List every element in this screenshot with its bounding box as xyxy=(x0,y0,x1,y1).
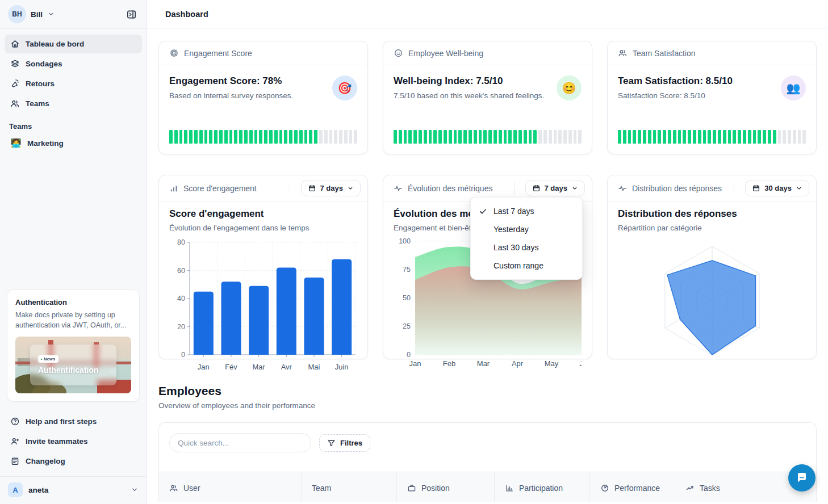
progress-segment xyxy=(259,130,262,144)
stat-subtitle: Satisfaction Score: 8.5/10 xyxy=(618,91,733,100)
progress-segment xyxy=(413,130,417,144)
sidebar-item-label: Help and first steps xyxy=(26,417,97,426)
progress-segment xyxy=(239,130,242,144)
promo-description: Make docs private by setting up authenti… xyxy=(15,310,131,331)
collapse-sidebar-icon[interactable] xyxy=(123,6,140,23)
progress-segment xyxy=(224,130,228,144)
progress-segment xyxy=(274,130,278,144)
menu-item-last-30-days[interactable]: Last 30 days xyxy=(471,238,582,257)
menu-item-custom-range[interactable]: Custom range xyxy=(471,257,582,275)
progress-segment xyxy=(638,130,641,144)
briefcase-icon xyxy=(407,484,416,493)
progress-segment xyxy=(179,130,183,144)
stat-cards-row: Engagement Score Engagement Score: 78% B… xyxy=(158,41,817,154)
progress-segment xyxy=(518,130,522,144)
sidebar-item-surveys[interactable]: Sondages xyxy=(5,54,142,73)
progress-segment xyxy=(394,130,397,144)
sidebar-item-teams[interactable]: Teams xyxy=(5,94,142,113)
check-icon xyxy=(479,207,489,216)
column-header-user[interactable]: User xyxy=(159,472,301,502)
progress-segment xyxy=(698,130,701,144)
progress-segment xyxy=(479,130,482,144)
progress-segment xyxy=(788,130,791,144)
chart-subtitle: Évolution de l'engagement dans le temps xyxy=(169,224,357,232)
column-header-performance[interactable]: Performance xyxy=(589,472,675,502)
sidebar-item-dashboard[interactable]: Tableau de bord xyxy=(5,35,142,53)
page-title: Dashboard xyxy=(165,10,208,19)
chat-bubble-icon xyxy=(795,471,809,485)
sidebar-item-help[interactable]: Help and first steps xyxy=(5,412,142,431)
bar-mini-icon xyxy=(169,184,178,193)
progress-segment xyxy=(419,130,422,144)
date-range-button[interactable]: 7 days xyxy=(301,180,361,196)
divider xyxy=(734,182,734,195)
sidebar-user-menu[interactable]: BH Bill xyxy=(0,0,147,28)
news-badge: • News xyxy=(38,355,58,363)
promo-image-golden-gate[interactable]: • News Authentification xyxy=(15,337,131,393)
sidebar-item-invite[interactable]: Invite teammates xyxy=(5,432,142,451)
svg-text:40: 40 xyxy=(177,295,185,303)
progress-segment xyxy=(219,130,223,144)
chevron-down-icon xyxy=(47,10,55,18)
progress-segment xyxy=(354,130,357,144)
progress-segment xyxy=(424,130,427,144)
progress-segment xyxy=(678,130,681,144)
divider xyxy=(290,182,290,195)
team-item-label: Marketing xyxy=(27,139,64,148)
busts-emoji-icon: 👥 xyxy=(781,75,806,100)
progress-segment xyxy=(329,130,333,144)
svg-text:Mar: Mar xyxy=(252,363,265,371)
bar-chart: 020406080JanFévMarAvrMaiJuin xyxy=(169,236,357,375)
progress-segment xyxy=(314,130,317,144)
promo-image-caption: Authentification xyxy=(38,366,99,375)
progress-segment xyxy=(444,130,447,144)
progress-segment xyxy=(683,130,686,144)
progress-segment xyxy=(773,130,776,144)
progress-segment xyxy=(349,130,353,144)
column-header-participation[interactable]: Participation xyxy=(494,472,589,502)
employees-section-header: Employees Overview of employees and thei… xyxy=(158,384,817,410)
filters-button[interactable]: Filtres xyxy=(319,434,370,452)
promo-card-authentication[interactable]: Authentication Make docs private by sett… xyxy=(7,289,140,402)
progress-segment xyxy=(618,130,621,144)
svg-text:May: May xyxy=(545,359,559,368)
progress-segment xyxy=(463,130,467,144)
sidebar-item-label: Sondages xyxy=(26,60,62,68)
users-icon xyxy=(10,99,20,108)
promo-glass-overlay: • News Authentification xyxy=(30,345,116,385)
sidebar-item-feedback[interactable]: Retours xyxy=(5,74,142,93)
progress-segment xyxy=(648,130,651,144)
chevron-down-icon xyxy=(571,185,578,192)
stat-card-engagement: Engagement Score Engagement Score: 78% B… xyxy=(158,41,368,154)
chat-launcher-button[interactable] xyxy=(788,464,816,492)
column-header-team[interactable]: Team xyxy=(301,472,396,502)
stat-card-body: Team Satisfaction: 8.5/10 Satisfaction S… xyxy=(608,65,816,100)
menu-item-last-7-days[interactable]: Last 7 days xyxy=(471,202,582,220)
progress-segment xyxy=(429,130,432,144)
progress-segment xyxy=(558,130,562,144)
progress-segment xyxy=(284,130,287,144)
progress-segment xyxy=(708,130,711,144)
workspace-switcher[interactable]: A aneta xyxy=(0,476,147,504)
progress-segment xyxy=(693,130,696,144)
progress-segment xyxy=(269,130,273,144)
progress-segment xyxy=(458,130,462,144)
menu-item-yesterday[interactable]: Yesterday xyxy=(471,220,582,238)
progress-segment xyxy=(713,130,716,144)
dart-emoji-icon: 🎯 xyxy=(332,75,357,100)
sidebar-item-changelog[interactable]: Changelog xyxy=(5,452,142,471)
content: Engagement Score Engagement Score: 78% B… xyxy=(147,28,828,504)
date-range-button[interactable]: 7 days xyxy=(525,180,585,196)
column-header-position[interactable]: Position xyxy=(396,472,494,502)
progress-segment xyxy=(703,130,706,144)
changelog-icon xyxy=(10,456,20,466)
progress-segment xyxy=(294,130,298,144)
chevron-down-icon xyxy=(347,185,354,192)
date-range-button[interactable]: 30 days xyxy=(745,180,809,196)
svg-text:Mai: Mai xyxy=(308,363,320,371)
sidebar-item-marketing[interactable]: 🧑‍💻 Marketing xyxy=(5,134,142,152)
layers-icon xyxy=(10,59,20,69)
search-input[interactable] xyxy=(169,433,311,452)
stat-subtitle: Based on internal survey responses. xyxy=(169,91,293,100)
progress-segment xyxy=(643,130,646,144)
